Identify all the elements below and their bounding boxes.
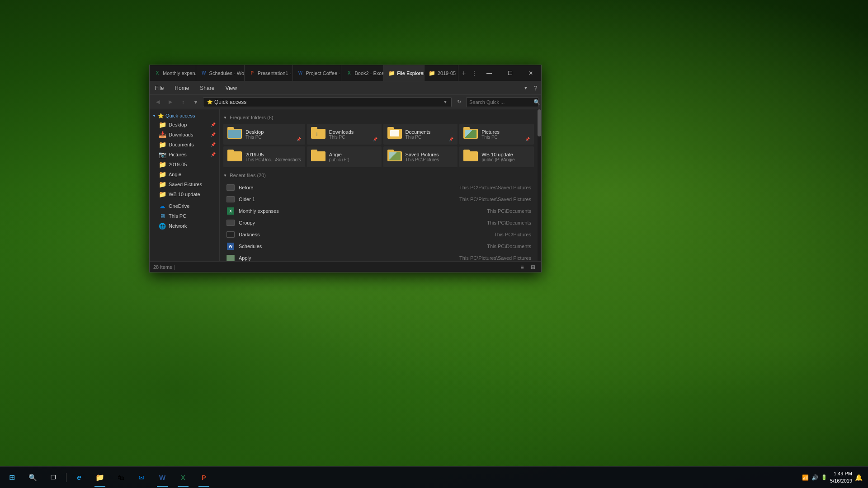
taskbar-app-mail[interactable]: ✉ [132, 468, 151, 488]
folder-tile-desktop[interactable]: Desktop This PC 📌 [223, 124, 305, 145]
taskbar-app-word[interactable]: W [152, 468, 172, 488]
file-name-monthly-expenses: Monthly expenses [239, 208, 483, 214]
file-name-before: Before [239, 185, 456, 190]
tab-file-explorer[interactable]: 📁 File Explorer ✕ [384, 65, 425, 81]
folder-tile-downloads[interactable]: ↓ Downloads This PC 📌 [307, 124, 382, 145]
tab-icon-folder: 📁 [388, 70, 395, 76]
minimize-button[interactable]: — [479, 65, 500, 81]
menu-home[interactable]: Home [169, 81, 194, 94]
taskbar-time[interactable]: 1:49 PM 5/16/2019 [830, 470, 852, 484]
taskbar-left: ⊞ 🔍 ❐ e 📁 🛍 ✉ W X P [0, 468, 216, 488]
start-button[interactable]: ⊞ [2, 468, 22, 488]
quick-access-header[interactable]: ▼ ⭐ Quick access [150, 112, 219, 120]
menu-share[interactable]: Share [194, 81, 220, 94]
tab-presentation[interactable]: P Presentation1 - ... ✕ [245, 65, 293, 81]
folder-tile-wb10[interactable]: WB 10 update public (P:)\Angie [459, 146, 534, 167]
up-button[interactable]: ↑ [178, 97, 189, 108]
frequent-folders-header[interactable]: ▼ Frequent folders (8) [223, 115, 534, 120]
onedrive-icon: ☁ [159, 202, 166, 210]
folder-tile-icon-desktop [227, 127, 242, 141]
tab-book2[interactable]: X Book2 - Excel ✕ [341, 65, 384, 81]
new-tab-button[interactable]: + [458, 65, 470, 81]
taskbar-app-excel[interactable]: X [173, 468, 193, 488]
sidebar-item-wb10[interactable]: 📁 WB 10 update [150, 189, 219, 199]
recent-item-darkness[interactable]: Darkness This PC\Pictures [223, 229, 534, 240]
view-controls: ≡ ⊞ [518, 263, 538, 272]
tab-icon-word2: W [297, 70, 304, 76]
detail-view-button[interactable]: ⊞ [528, 263, 538, 272]
folder-tile-name-pictures: Pictures [481, 129, 522, 135]
recent-locations-button[interactable]: ▼ [190, 97, 201, 108]
menu-view[interactable]: View [220, 81, 242, 94]
close-button[interactable]: ✕ [520, 65, 541, 81]
sidebar-item-downloads[interactable]: 📥 Downloads 📌 [150, 130, 219, 140]
search-input[interactable] [469, 99, 532, 105]
tab-monthly-expenses[interactable]: X Monthly expen... ✕ [150, 65, 196, 81]
sidebar-item-pictures[interactable]: 📷 Pictures 📌 [150, 150, 219, 160]
tab-icon-excel2: X [346, 70, 352, 76]
folder-tile-info-2019-05: 2019-05 This PC\Doc...\Screenshots [245, 152, 301, 162]
folder-tile-path-desktop: This PC [245, 135, 293, 140]
folder-tile-documents[interactable]: Documents This PC 📌 [383, 124, 458, 145]
folder-tile-info-desktop: Desktop This PC [245, 129, 293, 140]
recent-item-older1[interactable]: Older 1 This PC\Pictures\Saved Pictures [223, 193, 534, 205]
tab-overflow-button[interactable]: ⋮ [469, 65, 479, 81]
sidebar-item-2019-05[interactable]: 📁 2019-05 [150, 160, 219, 169]
frequent-folders-title: Frequent folders (8) [230, 115, 274, 120]
notification-icon[interactable]: 🔔 [855, 474, 863, 481]
recent-item-groupy[interactable]: Groupy This PC\Documents [223, 217, 534, 229]
sidebar-item-this-pc[interactable]: 🖥 This PC [150, 211, 219, 221]
maximize-button[interactable]: ☐ [500, 65, 520, 81]
menu-file[interactable]: File [150, 81, 169, 94]
sidebar-item-saved-pictures[interactable]: 📁 Saved Pictures [150, 179, 219, 189]
tab-icon-ppt: P [249, 70, 255, 76]
battery-tray-icon[interactable]: 🔋 [821, 474, 827, 480]
ribbon-collapse-button[interactable]: ▼ [521, 84, 530, 93]
sidebar: ▼ ⭐ Quick access 📁 Desktop 📌 📥 Downloads… [150, 109, 220, 261]
list-view-button[interactable]: ≡ [518, 263, 527, 272]
file-content-area: ▼ Frequent folders (8) Desktop [220, 109, 538, 261]
windows-logo-icon: ⊞ [9, 473, 15, 482]
scrollbar-track[interactable] [538, 109, 541, 261]
recent-item-before[interactable]: Before This PC\Pictures\Saved Pictures [223, 182, 534, 193]
file-icon-older1 [226, 195, 235, 204]
network-tray-icon[interactable]: 📶 [802, 474, 809, 481]
recent-item-apply[interactable]: Apply This PC\Pictures\Saved Pictures [223, 252, 534, 261]
pin-icon-desktop-tile: 📌 [297, 137, 301, 141]
help-button[interactable]: ? [530, 83, 541, 94]
recent-files-header[interactable]: ▼ Recent files (20) [223, 173, 534, 178]
search-button[interactable]: 🔍 [23, 468, 42, 488]
recent-item-schedules[interactable]: W Schedules This PC\Documents [223, 240, 534, 252]
scrollbar-thumb[interactable] [538, 109, 541, 136]
sidebar-item-network[interactable]: 🌐 Network [150, 221, 219, 231]
recent-files-title: Recent files (20) [230, 173, 266, 178]
folder-tile-angie[interactable]: Angie public (P:) [307, 146, 382, 167]
address-box[interactable]: ⭐ Quick access ▼ [203, 97, 452, 107]
volume-tray-icon[interactable]: 🔊 [811, 474, 818, 481]
taskbar-app-store[interactable]: 🛍 [111, 468, 131, 488]
sidebar-network-label: Network [169, 223, 187, 229]
sidebar-item-angie[interactable]: 📁 Angie [150, 169, 219, 179]
folder-tile-pictures[interactable]: Pictures This PC 📌 [459, 124, 534, 145]
folder-tile-name-downloads: Downloads [329, 129, 369, 135]
forward-button[interactable]: ▶ [165, 97, 176, 108]
sidebar-onedrive-label: OneDrive [169, 203, 189, 209]
taskbar-app-file-explorer[interactable]: 📁 [90, 468, 110, 488]
back-button[interactable]: ◀ [152, 97, 163, 108]
file-path-before: This PC\Pictures\Saved Pictures [459, 185, 531, 190]
taskbar-app-ppt[interactable]: P [194, 468, 214, 488]
folder-tile-info-wb10: WB 10 update public (P:)\Angie [481, 152, 530, 162]
taskbar-app-ie[interactable]: e [69, 468, 89, 488]
sidebar-item-desktop[interactable]: 📁 Desktop 📌 [150, 120, 219, 130]
task-view-button[interactable]: ❐ [43, 468, 63, 488]
refresh-button[interactable]: ↻ [453, 97, 464, 108]
sidebar-item-documents[interactable]: 📁 Documents 📌 [150, 140, 219, 150]
tab-project-coffee[interactable]: W Project Coffee - ... ✕ [293, 65, 342, 81]
folder-tile-2019-05[interactable]: 2019-05 This PC\Doc...\Screenshots [223, 146, 305, 167]
tab-2019-05[interactable]: 📁 2019-05 ✕ [425, 65, 458, 81]
folder-tile-saved-pictures[interactable]: Saved Pictures This PC\Pictures [383, 146, 458, 167]
tab-schedules[interactable]: W Schedules - Word ✕ [196, 65, 245, 81]
sidebar-angie-label: Angie [169, 172, 181, 177]
recent-item-monthly-expenses[interactable]: X Monthly expenses This PC\Documents [223, 205, 534, 217]
sidebar-item-onedrive[interactable]: ☁ OneDrive [150, 201, 219, 211]
